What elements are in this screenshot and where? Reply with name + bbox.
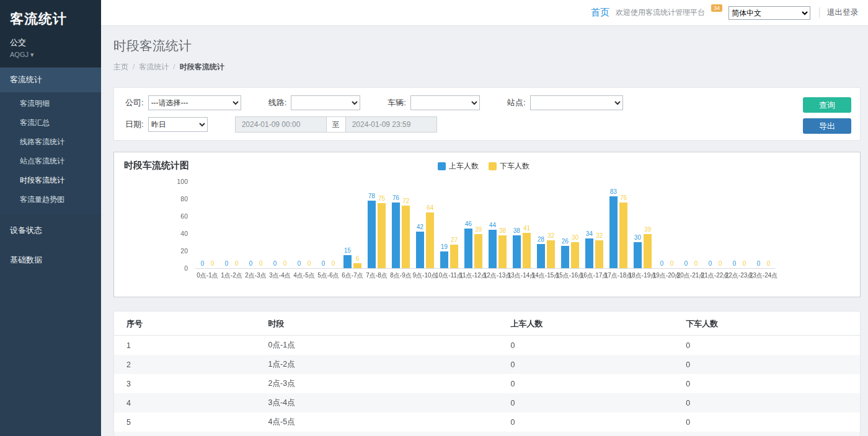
bar-value-label: 0 xyxy=(322,260,326,267)
app-logo[interactable]: 客流统计 xyxy=(10,10,91,28)
bar-上车人数: 76 xyxy=(392,203,400,268)
welcome-text: 欢迎使用客流统计管理平台 xyxy=(616,7,705,18)
filter-row-2: 日期: 昨日 至 xyxy=(125,116,849,133)
sidebar-item-line-stats[interactable]: 线路客流统计 xyxy=(0,133,101,152)
sidebar-submenu: 客流明细 客流汇总 线路客流统计 站点客流统计 时段客流统计 客流量趋势图 xyxy=(0,92,101,214)
station-select[interactable] xyxy=(530,95,623,110)
bar-value-label: 0 xyxy=(273,260,277,267)
bar-group: 0023点-24点 xyxy=(751,181,776,280)
category-label: 9点-10点 xyxy=(413,271,438,280)
y-axis-tick: 100 xyxy=(177,178,188,185)
bar-value-label: 0 xyxy=(308,260,311,267)
bar-group: 192710点-11点 xyxy=(437,181,461,280)
date-start-input[interactable] xyxy=(235,116,327,133)
category-label: 0点-1点 xyxy=(197,271,218,280)
sidebar-section-device-status[interactable]: 设备状态 xyxy=(0,217,101,244)
vehicle-select[interactable] xyxy=(410,95,480,110)
table-cell: 0 xyxy=(673,355,860,374)
home-link[interactable]: 首页 xyxy=(591,7,609,19)
bar-group: 76728点-9点 xyxy=(389,181,413,280)
station-filter: 站点: xyxy=(507,95,623,110)
date-to-label: 至 xyxy=(327,116,345,133)
table-row: 43点-4点00 xyxy=(114,393,860,412)
bar-下车人数: 38 xyxy=(498,235,507,268)
page-content: 时段客流统计 主页/客流统计/时段客流统计 公司: ---请选择--- 线路: xyxy=(101,26,868,436)
bar-上车人数: 38 xyxy=(513,235,521,268)
bar-value-label: 30 xyxy=(572,234,578,241)
date-end-input[interactable] xyxy=(345,116,437,133)
sidebar-item-timeslot-stats[interactable]: 时段客流统计 xyxy=(0,171,101,190)
y-axis-tick: 80 xyxy=(180,195,188,203)
table-cell: 1 xyxy=(114,336,256,355)
bar-value-label: 0 xyxy=(670,260,674,267)
bar-value-label: 76 xyxy=(620,194,627,201)
sidebar: 客流统计 公交 AQGJ ▾ 客流统计 客流明细 客流汇总 线路客流统计 站点客… xyxy=(0,0,101,436)
table-cell: 0 xyxy=(498,432,674,436)
table-cell: 0 xyxy=(498,355,674,374)
table-cell: 2点-3点 xyxy=(256,374,498,393)
bar-group: 384113点-14点 xyxy=(510,181,534,280)
bar-上车人数: 34 xyxy=(585,238,593,268)
sidebar-item-station-stats[interactable]: 站点客流统计 xyxy=(0,152,101,171)
bar-下车人数: 41 xyxy=(523,233,531,268)
bar-上车人数: 83 xyxy=(609,196,618,268)
category-label: 7点-8点 xyxy=(366,271,387,280)
bar-value-label: 19 xyxy=(441,243,448,250)
data-table: 序号 时段 上车人数 下车人数 10点-1点0021点-2点0032点-3点00… xyxy=(114,312,860,436)
company-select[interactable]: ---请选择--- xyxy=(148,95,241,110)
bar-上车人数: 19 xyxy=(440,251,448,268)
bar-value-label: 83 xyxy=(610,188,617,195)
date-filter: 日期: 昨日 xyxy=(125,117,208,132)
table-header-index: 序号 xyxy=(114,312,256,336)
legend-swatch xyxy=(489,162,497,170)
bar-下车人数: 39 xyxy=(474,234,482,268)
legend-swatch xyxy=(438,162,446,170)
caret-down-icon: ▾ xyxy=(30,51,34,58)
table-cell: 0 xyxy=(498,393,674,412)
legend-item-alighting[interactable]: 下车人数 xyxy=(489,161,529,172)
bar-value-label: 38 xyxy=(513,227,520,234)
bar-value-label: 76 xyxy=(392,194,399,201)
logout-link[interactable]: 退出登录 xyxy=(819,7,858,18)
sidebar-item-passenger-detail[interactable]: 客流明细 xyxy=(0,94,101,113)
sidebar-section-base-data[interactable]: 基础数据 xyxy=(0,246,101,274)
chart-inner: 时段车流统计图 上车人数 下车人数 020406080100 00 xyxy=(114,152,861,297)
category-label: 2点-3点 xyxy=(245,271,266,280)
export-button[interactable]: 导出 xyxy=(803,118,851,134)
user-menu[interactable]: AQGJ ▾ xyxy=(10,51,91,59)
org-name: 公交 xyxy=(10,37,91,48)
legend-item-boarding[interactable]: 上车人数 xyxy=(438,161,479,172)
main-column: 首页 欢迎使用客流统计管理平台 34 简体中文 退出登录 时段客流统计 主页/客… xyxy=(101,0,868,436)
table-cell: 6 xyxy=(114,432,256,436)
date-preset-select[interactable]: 昨日 xyxy=(148,117,208,132)
bar-group: 343216点-17点 xyxy=(582,181,606,280)
bar-group: 837617点-18点 xyxy=(606,181,631,280)
bar-value-label: 27 xyxy=(451,237,458,243)
bar-value-label: 78 xyxy=(368,193,375,199)
breadcrumb-home[interactable]: 主页 xyxy=(113,63,128,71)
sidebar-item-trend-chart[interactable]: 客流量趋势图 xyxy=(0,190,101,209)
bar-group: 78757点-8点 xyxy=(365,181,389,280)
y-axis-tick: 20 xyxy=(180,247,188,255)
line-select[interactable] xyxy=(291,95,360,110)
sidebar-item-passenger-summary[interactable]: 客流汇总 xyxy=(0,113,101,133)
bar-下车人数: 6 xyxy=(353,263,361,268)
line-label: 线路: xyxy=(268,97,287,108)
bar-value-label: 0 xyxy=(235,260,239,267)
bar-value-label: 0 xyxy=(743,260,746,267)
search-button[interactable]: 查询 xyxy=(803,97,851,113)
y-axis-tick: 0 xyxy=(184,264,188,272)
breadcrumb-passenger-stats[interactable]: 客流统计 xyxy=(139,63,169,71)
sidebar-section-passenger-stats[interactable]: 客流统计 xyxy=(0,68,101,92)
bar-value-label: 0 xyxy=(249,260,253,267)
bar-value-label: 42 xyxy=(417,224,423,230)
chart-panel[interactable]: 时段车流统计图 上车人数 下车人数 020406080100 00 xyxy=(113,152,861,297)
language-select[interactable]: 简体中文 xyxy=(728,6,810,20)
breadcrumb-separator: / xyxy=(173,63,175,71)
bar-group: 1566点-7点 xyxy=(340,181,365,280)
bar-value-label: 34 xyxy=(586,230,593,237)
bar-value-label: 0 xyxy=(719,260,722,267)
user-name: AQGJ xyxy=(10,51,29,58)
bar-下车人数: 39 xyxy=(644,234,652,268)
table-cell: 1点-2点 xyxy=(256,355,498,374)
